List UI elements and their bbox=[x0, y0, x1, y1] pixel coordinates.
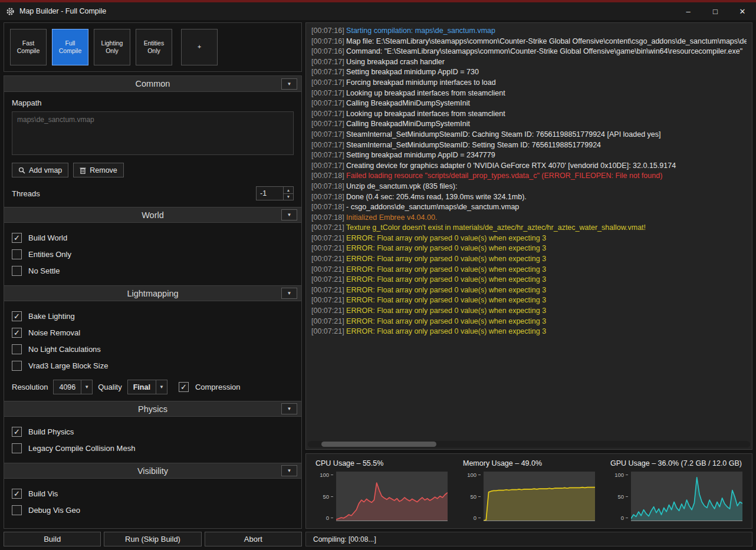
section-body-visibility: Build Vis Debug Vis Geo bbox=[4, 479, 301, 525]
checkbox-bake-lighting[interactable]: Bake Lighting bbox=[12, 308, 294, 324]
ytick-0: 0 bbox=[621, 515, 628, 521]
spin-down-button[interactable]: ▼ bbox=[284, 194, 293, 200]
log-timestamp: [00:07:17] bbox=[311, 130, 346, 139]
checkbox-box bbox=[12, 489, 22, 499]
log-line: [00:07:21] ERROR: Float array only parse… bbox=[311, 306, 747, 317]
collapse-visibility-button[interactable]: ▼ bbox=[281, 465, 297, 476]
checkbox-label: Debug Vis Geo bbox=[28, 506, 80, 515]
log-line: [00:07:21] ERROR: Float array only parse… bbox=[311, 233, 747, 244]
app-window: Map Builder - Full Compile – □ ✕ Fast Co… bbox=[0, 0, 756, 550]
log-message: ERROR: Float array only parsed 0 value(s… bbox=[346, 286, 546, 294]
minimize-button[interactable]: – bbox=[675, 2, 702, 20]
log-line: [00:07:21] ERROR: Float array only parse… bbox=[311, 295, 747, 306]
ytick-100: 100 bbox=[320, 472, 333, 478]
log-line: [00:07:21] ERROR: Float array only parse… bbox=[311, 317, 747, 327]
log-message: Command: "E:\SteamLibrary\steamapps\comm… bbox=[346, 47, 742, 55]
section-header-common: Common ▼ bbox=[4, 76, 301, 92]
add-vmap-button[interactable]: Add vmap bbox=[12, 163, 68, 177]
run-skip-build-button[interactable]: Run (Skip Build) bbox=[104, 532, 201, 546]
log-message: Initialized Embree v4.04.00. bbox=[346, 213, 437, 222]
log-timestamp: [00:07:17] bbox=[311, 68, 346, 76]
resolution-select[interactable]: 4096 ▼ bbox=[53, 380, 93, 394]
threads-input[interactable] bbox=[257, 187, 283, 200]
checkbox-label: No Settle bbox=[28, 266, 60, 275]
maximize-button[interactable]: □ bbox=[702, 2, 729, 20]
close-button[interactable]: ✕ bbox=[729, 2, 756, 20]
threads-spin-buttons: ▲ ▼ bbox=[283, 187, 293, 200]
arrow-up-icon: ▲ bbox=[287, 188, 290, 192]
checkbox-label: Entities Only bbox=[28, 250, 71, 259]
log-line: [00:07:21] ERROR: Float array only parse… bbox=[311, 285, 747, 296]
preset-lighting-only-button[interactable]: Lighting Only bbox=[94, 29, 130, 65]
log-message: ERROR: Float array only parsed 0 value(s… bbox=[346, 265, 546, 274]
checkbox-label: Build Vis bbox=[28, 489, 58, 498]
ytick-100: 100 bbox=[614, 472, 628, 478]
log-timestamp: [00:07:17] bbox=[311, 120, 346, 128]
log-timestamp: [00:07:17] bbox=[311, 110, 346, 118]
checkbox-box bbox=[12, 328, 22, 338]
section-title: Lightmapping bbox=[127, 289, 178, 298]
chevron-down-icon: ▼ bbox=[81, 380, 92, 394]
log-line: [00:07:21] ERROR: Float array only parse… bbox=[311, 254, 747, 265]
log-line: [00:07:18] Unzip de_sanctum.vpk (835 fil… bbox=[311, 182, 747, 192]
checkbox-label: No Light Calculations bbox=[28, 345, 101, 354]
checkbox-vrad3-large-block-size[interactable]: Vrad3 Large Block Size bbox=[12, 357, 294, 374]
collapse-world-button[interactable]: ▼ bbox=[281, 209, 297, 220]
mappath-label: Mappath bbox=[12, 98, 294, 107]
checkbox-no-settle[interactable]: No Settle bbox=[12, 262, 294, 279]
resolution-label: Resolution bbox=[12, 383, 48, 391]
checkbox-box bbox=[12, 344, 22, 354]
checkbox-build-vis[interactable]: Build Vis bbox=[12, 485, 294, 502]
log-timestamp: [00:07:17] bbox=[311, 162, 346, 170]
checkbox-box bbox=[12, 443, 22, 453]
log-console[interactable]: [00:07:16] Starting compilation: maps\de… bbox=[305, 22, 752, 450]
ytick-50: 50 bbox=[617, 493, 628, 500]
memory-chart-title: Memory Usage – 49.0% bbox=[463, 459, 595, 467]
checkbox-no-light-calculations[interactable]: No Light Calculations bbox=[12, 341, 294, 357]
checkbox-label: Legacy Compile Collision Mesh bbox=[28, 444, 135, 453]
gpu-chart-area: 100 50 0 bbox=[610, 472, 742, 521]
section-body-physics: Build Physics Legacy Compile Collision M… bbox=[4, 417, 301, 463]
preset-entities-only-button[interactable]: Entities Only bbox=[136, 29, 172, 65]
remove-vmap-button[interactable]: Remove bbox=[73, 163, 124, 177]
log-line: [00:07:18] - csgo_addons\de_sanctum\maps… bbox=[311, 202, 747, 213]
section-title: World bbox=[142, 210, 164, 220]
compile-presets: Fast Compile Full Compile Lighting Only … bbox=[4, 22, 302, 72]
checkbox-box bbox=[12, 427, 22, 437]
log-message: ERROR: Float array only parsed 0 value(s… bbox=[346, 255, 546, 263]
checkbox-legacy-compile-collision-mesh[interactable]: Legacy Compile Collision Mesh bbox=[12, 440, 294, 456]
checkbox-compression[interactable]: Compression bbox=[179, 382, 241, 392]
log-timestamp: [00:07:21] bbox=[311, 286, 346, 294]
checkbox-label: Bake Lighting bbox=[28, 312, 75, 321]
collapse-lightmapping-button[interactable]: ▼ bbox=[281, 288, 297, 299]
preset-fast-compile-button[interactable]: Fast Compile bbox=[10, 29, 47, 65]
abort-button[interactable]: Abort bbox=[205, 532, 302, 546]
log-message: Starting compilation: maps\de_sanctum.vm… bbox=[346, 27, 495, 35]
mappath-input[interactable] bbox=[12, 111, 294, 155]
checkbox-build-world[interactable]: Build World bbox=[12, 229, 294, 246]
preset-full-compile-button[interactable]: Full Compile bbox=[52, 29, 88, 65]
log-timestamp: [00:07:16] bbox=[311, 47, 346, 55]
build-button[interactable]: Build bbox=[4, 532, 101, 546]
log-timestamp: [00:07:21] bbox=[311, 327, 346, 335]
checkbox-entities-only[interactable]: Entities Only bbox=[12, 246, 294, 262]
log-message: Looking up breakpad interfaces from stea… bbox=[346, 110, 505, 118]
horizontal-scrollbar[interactable] bbox=[308, 441, 750, 447]
section-title: Common bbox=[136, 79, 170, 88]
log-timestamp: [00:07:17] bbox=[311, 89, 346, 97]
checkbox-build-physics[interactable]: Build Physics bbox=[12, 423, 294, 440]
quality-select[interactable]: Final ▼ bbox=[127, 380, 167, 394]
performance-charts: CPU Usage – 55.5% 100 50 0 Memory Usage bbox=[305, 453, 752, 529]
checkbox-noise-removal[interactable]: Noise Removal bbox=[12, 324, 294, 341]
memory-chart-plot bbox=[484, 472, 595, 521]
log-line: [00:07:17] Using breakpad crash handler bbox=[311, 57, 747, 68]
horizontal-scrollbar-thumb[interactable] bbox=[321, 442, 436, 447]
checkbox-label: Vrad3 Large Block Size bbox=[28, 361, 108, 370]
spin-up-button[interactable]: ▲ bbox=[284, 187, 293, 194]
gpu-chart-title: GPU Usage – 36.0% (7.2 GB / 12.0 GB) bbox=[610, 459, 742, 467]
collapse-common-button[interactable]: ▼ bbox=[281, 78, 297, 90]
log-timestamp: [00:07:17] bbox=[311, 141, 346, 149]
checkbox-debug-vis-geo[interactable]: Debug Vis Geo bbox=[12, 502, 294, 518]
collapse-physics-button[interactable]: ▼ bbox=[281, 403, 297, 414]
add-preset-button[interactable]: + bbox=[181, 29, 218, 65]
